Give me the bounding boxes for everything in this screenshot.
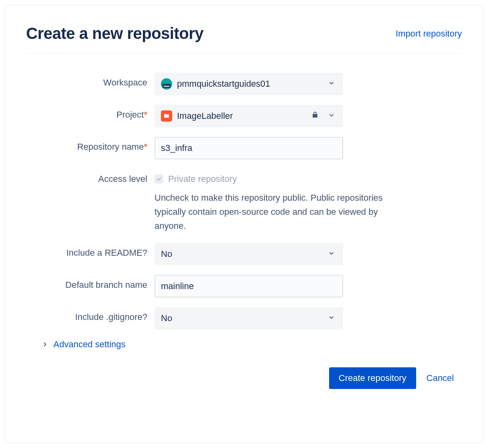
- workspace-select[interactable]: pmmquickstartguides01: [155, 73, 343, 95]
- lock-icon: [311, 111, 319, 121]
- project-value: ImageLabeller: [177, 111, 233, 121]
- gitignore-select[interactable]: No: [155, 307, 343, 330]
- gitignore-row: Include .gitignore? No: [42, 307, 462, 330]
- chevron-down-icon: [328, 79, 335, 89]
- access-level-row: Access level Private repository Uncheck …: [42, 169, 462, 233]
- project-select[interactable]: ImageLabeller: [155, 105, 343, 127]
- chevron-down-icon: [328, 111, 335, 121]
- repo-name-row: Repository name*: [42, 137, 462, 159]
- readme-row: Include a README? No: [42, 243, 462, 265]
- chevron-down-icon: [328, 249, 335, 259]
- workspace-label: Workspace: [42, 73, 155, 88]
- header-row: Create a new repository Import repositor…: [26, 24, 462, 53]
- workspace-avatar-icon: [161, 78, 172, 90]
- branch-label: Default branch name: [42, 275, 155, 290]
- branch-row: Default branch name: [42, 275, 462, 297]
- readme-label: Include a README?: [42, 243, 155, 258]
- import-repository-link[interactable]: Import repository: [396, 29, 462, 39]
- page-title: Create a new repository: [26, 24, 203, 43]
- create-repo-card: Create a new repository Import repositor…: [5, 5, 483, 443]
- readme-value: No: [161, 249, 172, 259]
- form: Workspace pmmquickstartguides01 Project*: [26, 73, 462, 389]
- create-repository-button[interactable]: Create repository: [329, 367, 416, 389]
- gitignore-label: Include .gitignore?: [42, 307, 155, 322]
- advanced-settings-toggle[interactable]: Advanced settings: [42, 339, 462, 350]
- workspace-row: Workspace pmmquickstartguides01: [42, 73, 462, 95]
- access-level-label: Access level: [42, 169, 155, 184]
- default-branch-input[interactable]: [155, 275, 343, 297]
- project-folder-icon: [161, 110, 172, 122]
- private-repo-label: Private repository: [168, 174, 237, 184]
- form-footer: Create repository Cancel: [42, 367, 462, 389]
- project-label: Project*: [42, 105, 155, 120]
- advanced-settings-label: Advanced settings: [53, 339, 126, 350]
- workspace-value: pmmquickstartguides01: [177, 79, 270, 89]
- cancel-button[interactable]: Cancel: [427, 373, 454, 383]
- gitignore-value: No: [161, 313, 172, 324]
- chevron-right-icon: [41, 341, 51, 348]
- repo-name-input[interactable]: [155, 137, 343, 159]
- project-row: Project* ImageLabeller: [42, 105, 462, 127]
- chevron-down-icon: [328, 313, 335, 324]
- access-level-helper: Uncheck to make this repository public. …: [155, 191, 411, 233]
- repo-name-label: Repository name*: [42, 137, 155, 152]
- private-repo-checkbox[interactable]: [155, 175, 163, 183]
- readme-select[interactable]: No: [155, 243, 343, 265]
